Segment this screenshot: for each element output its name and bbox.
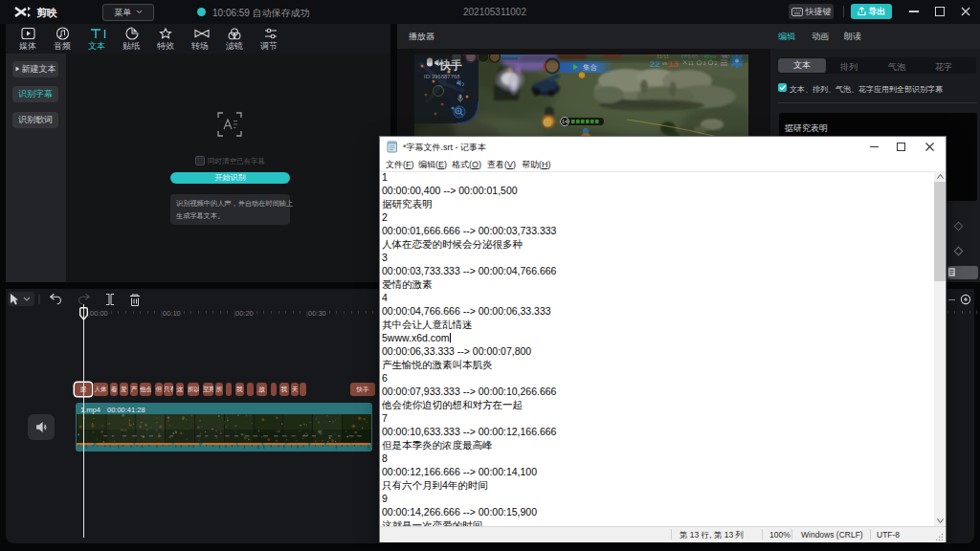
svg-text:00:00:41:28: 00:00:41:28 xyxy=(107,406,145,414)
